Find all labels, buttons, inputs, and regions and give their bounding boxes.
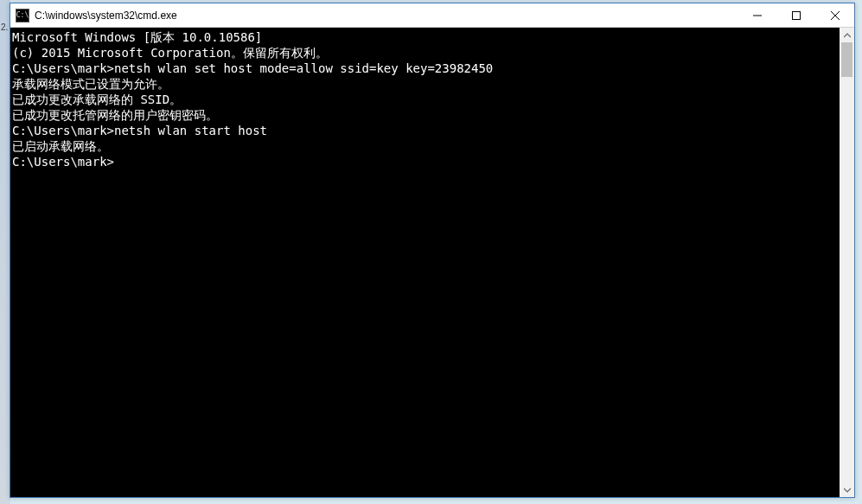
minimize-button[interactable] bbox=[737, 3, 776, 27]
chevron-up-icon bbox=[844, 32, 851, 39]
maximize-icon bbox=[792, 11, 801, 20]
window-titlebar[interactable]: C:\ C:\windows\system32\cmd.exe bbox=[10, 3, 854, 28]
terminal-line: 已成功更改托管网络的用户密钥密码。 bbox=[12, 107, 840, 123]
window-controls bbox=[737, 3, 854, 27]
scrollbar-thumb[interactable] bbox=[841, 42, 852, 77]
terminal-line: Microsoft Windows [版本 10.0.10586] bbox=[12, 29, 840, 45]
minimize-icon bbox=[753, 11, 762, 20]
close-button[interactable] bbox=[815, 3, 854, 27]
scroll-up-button[interactable] bbox=[840, 28, 854, 42]
terminal-line: C:\Users\mark>netsh wlan start host bbox=[12, 123, 840, 138]
window-title: C:\windows\system32\cmd.exe bbox=[35, 10, 737, 22]
terminal-output[interactable]: Microsoft Windows [版本 10.0.10586](c) 201… bbox=[10, 28, 840, 497]
maximize-button[interactable] bbox=[776, 3, 815, 27]
terminal-line: 已成功更改承载网络的 SSID。 bbox=[12, 92, 840, 107]
terminal-line: (c) 2015 Microsoft Corporation。保留所有权利。 bbox=[12, 45, 840, 61]
terminal-line: 承载网络模式已设置为允许。 bbox=[12, 76, 840, 92]
terminal-area: Microsoft Windows [版本 10.0.10586](c) 201… bbox=[10, 28, 854, 497]
terminal-line: C:\Users\mark> bbox=[12, 154, 840, 169]
scrollbar-track[interactable] bbox=[840, 42, 854, 482]
vertical-scrollbar[interactable] bbox=[840, 28, 854, 497]
scroll-down-button[interactable] bbox=[840, 482, 854, 497]
terminal-line: C:\Users\mark>netsh wlan set host mode=a… bbox=[12, 61, 840, 76]
cmd-window: C:\ C:\windows\system32\cmd.exe Mic bbox=[10, 3, 855, 498]
svg-rect-1 bbox=[792, 11, 800, 19]
chevron-down-icon bbox=[844, 487, 851, 494]
close-icon bbox=[831, 11, 840, 20]
cmd-icon: C:\ bbox=[16, 9, 29, 22]
terminal-line: 已启动承载网络。 bbox=[12, 138, 840, 154]
